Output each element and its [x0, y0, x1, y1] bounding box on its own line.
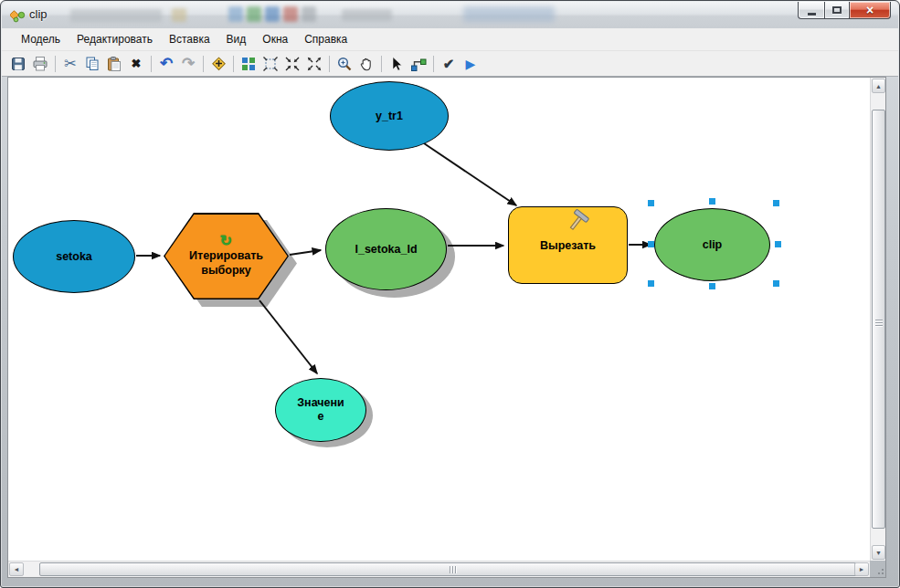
- undo-button[interactable]: ↶: [155, 53, 177, 75]
- add-data-button[interactable]: [207, 53, 229, 75]
- scroll-right-icon: ►: [859, 566, 865, 572]
- blurred-background-toolbar: [70, 9, 162, 22]
- blurred-background-icon: [228, 6, 243, 22]
- menu-windows[interactable]: Окна: [254, 29, 296, 49]
- vertical-scrollbar[interactable]: ▲ ▼: [870, 78, 885, 561]
- toolbar: ✂ ✖ ↶ ↷: [2, 51, 898, 77]
- selection-handle-se[interactable]: [773, 280, 779, 287]
- cut-icon: ✂: [64, 57, 76, 71]
- blurred-background-toolbar: [463, 6, 555, 22]
- scroll-left-icon: ◄: [14, 566, 20, 572]
- full-extent-button[interactable]: [259, 53, 281, 75]
- toolbar-separator: [233, 56, 234, 72]
- copy-button[interactable]: [81, 53, 103, 75]
- pan-hand-icon: [358, 56, 375, 72]
- horizontal-scroll-thumb[interactable]: [39, 562, 860, 576]
- selection-handle-sw[interactable]: [648, 280, 654, 287]
- selection-handle-nw[interactable]: [648, 200, 654, 206]
- connector-iterator-to-value[interactable]: [259, 300, 317, 373]
- minimize-button[interactable]: [798, 2, 824, 19]
- selection-handle-ne[interactable]: [773, 200, 779, 206]
- delete-icon: ✖: [132, 58, 142, 69]
- redo-icon: ↷: [182, 56, 195, 71]
- validate-icon: ✔: [443, 57, 455, 70]
- scroll-right-button[interactable]: ►: [854, 562, 869, 576]
- run-button[interactable]: ▶: [460, 53, 482, 75]
- save-button[interactable]: [7, 53, 29, 75]
- selection-handle-e[interactable]: [775, 241, 781, 247]
- node-label: setoka: [56, 250, 92, 263]
- window-title: clip: [29, 7, 48, 21]
- menu-help[interactable]: Справка: [296, 29, 355, 49]
- modelbuilder-icon: [10, 8, 26, 23]
- scroll-up-icon: ▲: [875, 83, 882, 89]
- blurred-background-icon: [265, 6, 280, 22]
- copy-icon: [84, 56, 101, 72]
- fixed-zoom-in-button[interactable]: [281, 53, 303, 75]
- zoom-in-button[interactable]: [334, 53, 355, 75]
- run-icon: ▶: [466, 58, 476, 70]
- blurred-background-icon: [172, 8, 186, 22]
- select-button[interactable]: [386, 53, 408, 75]
- auto-layout-button[interactable]: [238, 53, 259, 75]
- menu-model[interactable]: Модель: [13, 29, 69, 49]
- scroll-down-button[interactable]: ▼: [872, 545, 885, 560]
- selection-handle-s[interactable]: [709, 283, 715, 289]
- connector-ytr1-to-tool[interactable]: [424, 143, 516, 205]
- title-bar[interactable]: clip ×: [2, 2, 898, 28]
- zoom-in-icon: [336, 56, 353, 72]
- auto-layout-icon: [240, 56, 257, 72]
- toolbar-separator: [151, 56, 152, 72]
- node-setoka[interactable]: setoka: [13, 220, 135, 293]
- vertical-scroll-thumb[interactable]: [872, 110, 885, 529]
- horizontal-scrollbar[interactable]: ◄ ►: [8, 561, 870, 577]
- resize-grip-icon: [875, 566, 884, 575]
- fixed-zoom-in-icon: [284, 56, 301, 72]
- node-clip-output[interactable]: clip: [654, 208, 770, 281]
- delete-button[interactable]: ✖: [125, 53, 147, 75]
- menu-bar: Модель Редактировать Вставка Вид Окна Сп…: [2, 28, 898, 51]
- node-label: Итерировать выборку: [178, 249, 275, 278]
- toolbar-separator: [203, 56, 204, 72]
- print-button[interactable]: [29, 53, 51, 75]
- hammer-icon: [566, 209, 589, 233]
- node-label: Вырезать: [540, 239, 596, 252]
- resize-corner[interactable]: [870, 561, 886, 577]
- fixed-zoom-out-icon: [306, 56, 323, 72]
- select-arrow-icon: [388, 56, 405, 72]
- toolbar-separator: [329, 56, 330, 72]
- scroll-up-button[interactable]: ▲: [872, 79, 885, 93]
- cut-button[interactable]: ✂: [59, 53, 81, 75]
- connect-button[interactable]: [408, 53, 429, 75]
- menu-edit[interactable]: Редактировать: [69, 29, 161, 49]
- toolbar-separator: [433, 56, 434, 72]
- node-label: y_tr1: [376, 110, 403, 122]
- thumb-grip: [875, 320, 883, 326]
- save-icon: [10, 56, 26, 72]
- minimize-icon: [808, 13, 816, 16]
- menu-insert[interactable]: Вставка: [161, 29, 218, 49]
- model-canvas[interactable]: setoka ↻ Итерировать выборку y_tr1 I_set…: [8, 78, 870, 561]
- connector-iterator-to-isetoka[interactable]: [290, 250, 321, 255]
- node-i-setoka-id[interactable]: I_setoka_Id: [325, 208, 447, 290]
- connect-icon: [410, 56, 427, 72]
- validate-button[interactable]: ✔: [438, 53, 460, 75]
- selection-handle-n[interactable]: [709, 198, 715, 205]
- node-y-tr1[interactable]: y_tr1: [330, 81, 449, 151]
- thumb-grip: [450, 566, 456, 573]
- selection-handle-w[interactable]: [648, 241, 654, 247]
- close-button[interactable]: ×: [850, 2, 891, 19]
- fixed-zoom-out-button[interactable]: [303, 53, 325, 75]
- paste-button[interactable]: [103, 53, 125, 75]
- node-label: clip: [703, 238, 723, 251]
- modelbuilder-window: clip × Модель Редактировать Вставка Вид …: [0, 0, 900, 588]
- undo-icon: ↶: [160, 56, 173, 71]
- full-extent-icon: [262, 56, 279, 72]
- scroll-left-button[interactable]: ◄: [9, 562, 24, 576]
- maximize-button[interactable]: [824, 2, 850, 19]
- redo-button[interactable]: ↷: [177, 53, 199, 75]
- pan-button[interactable]: [355, 53, 377, 75]
- node-value[interactable]: Значение: [275, 378, 366, 442]
- menu-view[interactable]: Вид: [218, 29, 255, 49]
- node-label: Значение: [295, 396, 347, 424]
